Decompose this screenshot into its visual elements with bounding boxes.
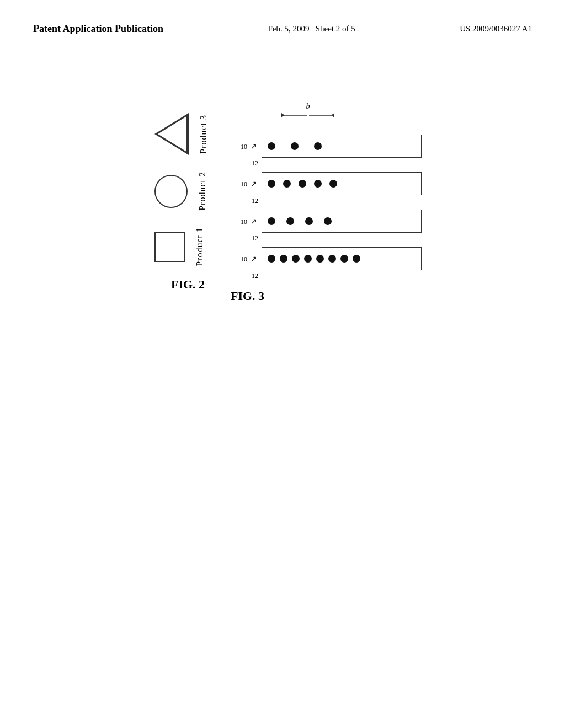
svg-marker-1: [281, 113, 285, 117]
strip3-top-number: 10: [241, 218, 247, 226]
strip1-dot2: [291, 142, 299, 150]
strip2-dot2: [283, 180, 291, 188]
publication-label: Patent Application Publication: [33, 23, 163, 34]
fig3-panel: b 10: [231, 102, 422, 303]
strip4-dot4: [304, 255, 312, 263]
dimension-arrow-left: [280, 111, 308, 120]
product3-shape: [154, 113, 189, 155]
strip2-top-number: 10: [241, 180, 247, 188]
strip2-bottom-number: 12: [252, 197, 258, 205]
strip4-dot1: [268, 255, 275, 263]
strip3-row: 10 ↗ 12: [231, 210, 422, 243]
header-title: Patent Application Publication: [33, 22, 163, 36]
strip4-dot7: [340, 255, 348, 263]
product1-row: Product 1: [154, 227, 205, 266]
sheet-info: Sheet 2 of 5: [316, 24, 355, 33]
strip4-dot3: [292, 255, 300, 263]
svg-marker-3: [331, 113, 334, 117]
circle-icon: [154, 175, 188, 208]
strip4-dot2: [280, 255, 287, 263]
strip4-box: [262, 247, 422, 270]
strip-container: 10 ↗ 12 10: [231, 135, 422, 280]
product1-shape: [154, 232, 185, 262]
strip1-top-number: 10: [241, 143, 247, 151]
strip2-dot5: [329, 180, 337, 188]
strip3-dot1: [268, 217, 275, 225]
header-right: US 2009/0036027 A1: [460, 22, 532, 35]
fig2-label: FIG. 2: [171, 277, 205, 292]
strip1-arrow: ↗: [250, 142, 257, 151]
strip1-dot3: [314, 142, 322, 150]
strip2-dot3: [299, 180, 306, 188]
strip4-row: 10 ↗ 12: [231, 247, 422, 280]
header-center: Feb. 5, 2009 Sheet 2 of 5: [268, 22, 355, 35]
strip2-dot1: [268, 180, 275, 188]
fig3-label: FIG. 3: [231, 289, 264, 303]
patent-number: US 2009/0036027 A1: [460, 24, 532, 33]
publication-date: Feb. 5, 2009: [268, 24, 309, 33]
dimension-arrow-right: [308, 111, 335, 120]
strip3-arrow: ↗: [250, 217, 257, 226]
page-header: Patent Application Publication Feb. 5, 2…: [0, 0, 565, 47]
triangle-icon: [154, 113, 189, 155]
strip4-dot5: [316, 255, 324, 263]
product1-label: Product 1: [195, 227, 205, 266]
strip1-dot1: [268, 142, 275, 150]
strip4-bottom-number: 12: [252, 272, 258, 280]
dimension-b-label: b: [306, 102, 310, 111]
strip4-dot8: [353, 255, 360, 263]
strip3-bottom-number: 12: [252, 234, 258, 242]
strip2-dot4: [314, 180, 322, 188]
fig2-panel: Product 3 Product 2 Product 1: [154, 113, 209, 292]
product2-row: Product 2: [154, 172, 207, 211]
product2-label: Product 2: [198, 172, 207, 211]
product2-shape: [154, 175, 188, 208]
strip1-row: 10 ↗ 12: [231, 135, 422, 168]
dimension-tick-line: [308, 120, 308, 130]
strip1-box: [262, 135, 422, 158]
strip3-dot2: [286, 217, 294, 225]
main-content: Product 3 Product 2 Product 1: [0, 80, 565, 325]
square-icon: [154, 232, 185, 262]
strip4-arrow: ↗: [250, 254, 257, 264]
product3-row: Product 3: [154, 113, 209, 155]
strip2-row: 10 ↗ 12: [231, 172, 422, 205]
strip2-box: [262, 172, 422, 195]
strip3-dot4: [324, 217, 332, 225]
strip4-dot6: [328, 255, 336, 263]
fig2-products: Product 3 Product 2 Product 1: [154, 113, 209, 266]
strip3-dot3: [305, 217, 313, 225]
product3-label: Product 3: [199, 115, 209, 154]
strip2-arrow: ↗: [250, 179, 257, 189]
strip3-box: [262, 210, 422, 233]
strip1-bottom-number: 12: [252, 159, 258, 167]
strip4-top-number: 10: [241, 255, 247, 263]
